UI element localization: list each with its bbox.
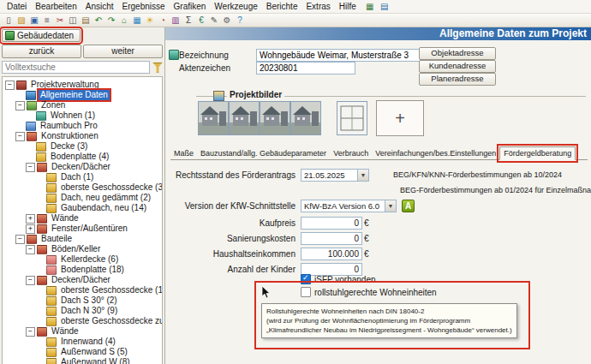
menu-item-ansicht[interactable]: Ansicht — [81, 1, 118, 12]
building-view-icon[interactable]: ⌂ — [118, 15, 130, 26]
aktenzeichen-input[interactable] — [256, 62, 355, 75]
sun-position-icon[interactable]: ☀ — [144, 15, 156, 26]
sanierungskosten-input[interactable]: 0 — [301, 232, 362, 245]
zones-icon[interactable]: ▦ — [131, 15, 143, 26]
print-icon[interactable]: ≡ — [41, 15, 53, 26]
tree-item-gaubendach-neu-14[interactable]: Gaubendach, neu (14) — [3, 203, 162, 213]
tree-item-oberste-geschossdecke-zu-drempelraum[interactable]: oberste Geschossdecke zu Drempelraum ( — [3, 316, 162, 326]
tree-item-dach-s-30-2[interactable]: Dach S 30° (2) — [3, 295, 162, 306]
tree-item-kellerdecke-6[interactable]: Kellerdecke (6) — [3, 254, 162, 265]
kfw-apply-button[interactable]: A — [402, 200, 415, 212]
project-image-3[interactable] — [260, 101, 290, 135]
button-objektadresse[interactable]: Objektadresse — [419, 47, 496, 60]
tab-verbrauch[interactable]: Verbrauch — [330, 147, 372, 159]
menu-item-grafiken[interactable]: Grafiken — [170, 1, 211, 12]
expand-toggle[interactable]: + — [26, 214, 35, 224]
tree-item-fenster-außentüren[interactable]: +Fenster/Außentüren — [3, 224, 162, 234]
haushaltseinkommen-input[interactable]: 100.000 — [301, 248, 362, 260]
collapse-toggle[interactable]: − — [26, 245, 35, 254]
settings-icon[interactable]: ⚙ — [221, 15, 233, 26]
save-icon[interactable]: ▣ — [28, 15, 40, 26]
collapse-toggle[interactable]: − — [26, 276, 35, 285]
menu-item-extras[interactable]: Extras — [301, 1, 334, 12]
project-image-1[interactable] — [198, 101, 229, 135]
calculator-icon[interactable]: Σ — [182, 15, 194, 26]
back-button[interactable]: zurück — [2, 45, 81, 58]
add-image-button[interactable]: + — [376, 100, 424, 136]
tree-item-decken-dächer[interactable]: −Decken/Dächer — [3, 162, 162, 172]
tree-item-dach-neu-gedämmt-2[interactable]: Dach, neu gedämmt (2) — [3, 193, 162, 203]
button-kundenadresse[interactable]: Kundenadresse — [419, 60, 496, 73]
tree-item-dach-1[interactable]: Dach (1) — [3, 172, 162, 182]
gebaeudedaten-category-button[interactable]: Gebäudedaten — [2, 29, 81, 42]
tree-item-oberste-geschossdecke-3[interactable]: oberste Geschossdecke (3) — [3, 182, 162, 193]
menu-item-datei[interactable]: Datei — [3, 1, 31, 12]
tree-item-böden-keller[interactable]: −Böden/Keller — [3, 244, 162, 254]
chevron-down-icon[interactable]: ▼ — [357, 170, 368, 181]
collapse-toggle[interactable]: − — [15, 101, 25, 110]
costs-icon[interactable]: € — [195, 15, 207, 26]
tree-item-decken-dächer[interactable]: −Decken/Dächer — [3, 275, 162, 285]
tree-item-wände[interactable]: +Wände — [3, 213, 162, 224]
tree-item-label: Konstruktionen — [39, 131, 100, 141]
bezeichnung-input[interactable] — [256, 49, 421, 62]
isfp-checkbox[interactable] — [301, 274, 311, 284]
undo-icon[interactable]: ↶ — [93, 15, 104, 26]
tab-fördergeldberatung[interactable]: Fördergeldberatung — [499, 146, 576, 160]
collapse-toggle[interactable]: − — [15, 132, 25, 141]
filter-funnel-icon[interactable] — [152, 63, 163, 73]
tree-item-bodenplatte-18[interactable]: Bodenplatte (18) — [3, 265, 162, 275]
help-icon[interactable]: ? — [234, 15, 246, 26]
tree-item-allgemeine-daten[interactable]: Allgemeine Daten — [3, 90, 162, 100]
redo-icon[interactable]: ↷ — [105, 15, 117, 26]
table-view-icon[interactable]: ▤ — [379, 1, 391, 12]
collapse-toggle[interactable]: − — [26, 327, 35, 337]
tree-item-dach-n-30-9[interactable]: Dach N 30° (9) — [3, 306, 162, 316]
tree-item-wände[interactable]: −Wände — [3, 326, 162, 337]
menu-item-werkzeuge[interactable]: Werkzeuge — [210, 1, 261, 12]
open-project-icon[interactable]: ▨ — [15, 15, 27, 26]
project-image-4[interactable] — [290, 101, 321, 135]
tree-item-bauteile[interactable]: −Bauteile — [3, 234, 162, 244]
copy-icon[interactable]: ◫ — [67, 15, 79, 26]
tree-item-decke-3[interactable]: Decke (3) — [3, 141, 162, 152]
tree-item-zonen[interactable]: −Zonen — [3, 100, 162, 110]
tab-bauzustand-allg-gebäudeparameter[interactable]: Bauzustand/allg. Gebäudeparameter — [197, 147, 330, 159]
bar-chart-icon[interactable]: ▥ — [170, 15, 182, 26]
tree-item-außenwand-w-8[interactable]: Außenwand W (8) — [3, 357, 162, 364]
cut-icon[interactable]: ✂ — [54, 15, 66, 26]
kfw-version-select[interactable]: KfW-BzA Version 6.0 ▼ — [301, 200, 397, 212]
collapse-toggle[interactable]: − — [26, 163, 35, 172]
tree-item-oberste-geschossdecke-1[interactable]: oberste Geschossdecke (1) — [3, 285, 162, 295]
tree-item-innenwand-4[interactable]: Innenwand (4) — [3, 337, 162, 347]
new-document-icon[interactable]: ▯ — [3, 15, 15, 26]
notes-icon[interactable]: ✎ — [208, 15, 220, 26]
menu-item-hilfe[interactable]: Hilfe — [335, 1, 361, 12]
expand-toggle[interactable]: + — [26, 224, 35, 234]
tree-item-projektverwaltung[interactable]: −Projektverwaltung — [3, 80, 162, 90]
tree-item-bodenplatte-4[interactable]: Bodenplatte (4) — [3, 152, 162, 162]
project-image-5[interactable] — [337, 101, 367, 135]
tab-maße[interactable]: Maße — [170, 147, 197, 159]
menu-item-berichte[interactable]: Berichte — [262, 1, 302, 12]
menu-item-bearbeiten[interactable]: Bearbeiten — [31, 1, 81, 12]
window-grid-icon[interactable]: ▦ — [364, 1, 376, 12]
collapse-toggle[interactable]: − — [5, 81, 15, 90]
tree-item-außenwand-s-5[interactable]: Außenwand S (5) — [3, 347, 162, 357]
collapse-toggle[interactable]: − — [15, 235, 25, 244]
chevron-down-icon[interactable]: ▼ — [385, 200, 396, 212]
tree-item-wohnen-1[interactable]: Wohnen (1) — [3, 110, 162, 121]
project-image-2[interactable] — [229, 101, 260, 135]
tree-item-konstruktionen[interactable]: −Konstruktionen — [3, 131, 162, 141]
rollstuhl-checkbox[interactable] — [301, 287, 311, 297]
tab-vereinfachungen-bes-einstellungen[interactable]: Vereinfachungen/bes.Einstellungen — [372, 147, 499, 159]
paste-icon[interactable]: ▤ — [80, 15, 92, 26]
kaufpreis-input[interactable]: 0 — [301, 217, 362, 230]
pie-chart-icon[interactable]: ◔ — [157, 15, 169, 26]
tree-item-raumbuch-pro[interactable]: Raumbuch Pro — [3, 121, 162, 131]
next-button[interactable]: weiter — [83, 45, 163, 58]
fulltext-search-input[interactable] — [2, 61, 150, 74]
button-planeradresse[interactable]: Planeradresse — [419, 73, 496, 86]
rechtsstand-date-picker[interactable]: 21.05.2025 ▼ — [301, 169, 369, 182]
menu-item-ergebnisse[interactable]: Ergebnisse — [118, 1, 170, 12]
